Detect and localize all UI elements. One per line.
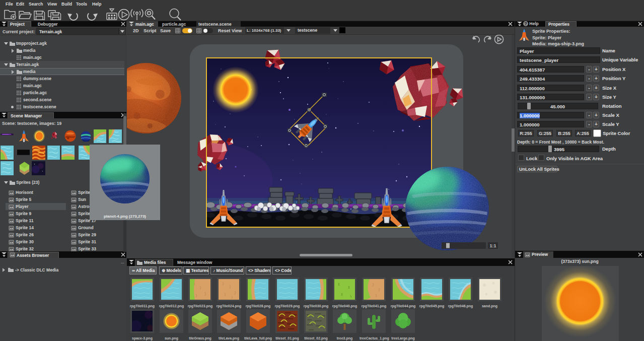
svg-text:1:1: 1:1 — [489, 243, 496, 248]
